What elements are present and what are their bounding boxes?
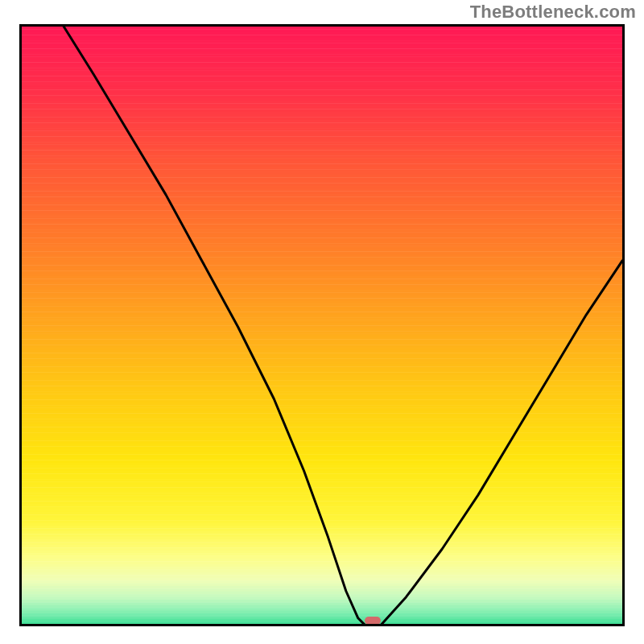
bottleneck-chart xyxy=(19,24,625,626)
attribution-text: TheBottleneck.com xyxy=(470,2,636,23)
svg-rect-218 xyxy=(22,625,622,626)
bottleneck-curve xyxy=(22,27,622,626)
optimum-marker xyxy=(365,617,381,625)
